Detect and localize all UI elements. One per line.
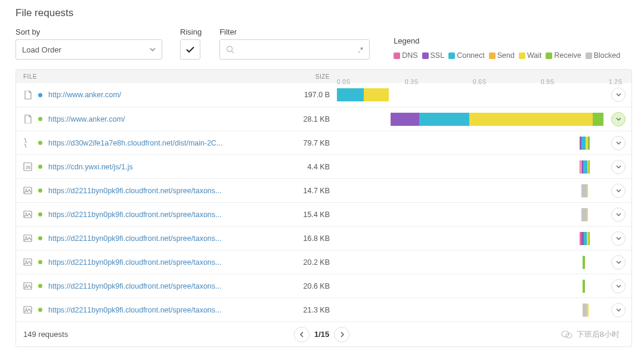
filter-label: Filter <box>219 27 370 36</box>
expand-row-button[interactable] <box>611 303 626 317</box>
file-url-link[interactable]: https://d2211byn0pk9fi.cloudfront.net/sp… <box>48 234 221 243</box>
legend-text: Blocked <box>594 51 620 60</box>
cell-size: 79.7 KB <box>259 139 337 147</box>
timing-bar <box>337 137 605 150</box>
status-dot <box>38 284 42 288</box>
timing-segment-receive <box>588 137 590 150</box>
expand-row-button[interactable] <box>611 136 626 150</box>
expand-row-button[interactable] <box>611 88 626 102</box>
legend-swatch <box>422 52 429 59</box>
rising-toggle[interactable] <box>180 39 200 60</box>
cell-file: https://d2211byn0pk9fi.cloudfront.net/sp… <box>16 210 259 219</box>
legend-list: DNSSSLConnectSendWaitReceiveBlocked <box>394 51 622 60</box>
expand-row-button[interactable] <box>611 184 626 198</box>
table-row: JS https://cdn.ywxi.net/js/1.js 4.4 KB <box>16 154 631 178</box>
next-page-button[interactable] <box>334 327 349 342</box>
table-row: http://www.anker.com/ 197.0 B <box>16 83 631 107</box>
legend-text: Receive <box>554 51 581 60</box>
sort-value: Load Order <box>22 45 61 54</box>
cell-timeline <box>337 250 631 274</box>
file-url-link[interactable]: https://d2211byn0pk9fi.cloudfront.net/sp… <box>48 282 221 290</box>
timing-segment-receive <box>593 113 603 126</box>
cell-size: 197.0 B <box>259 91 337 99</box>
file-url-link[interactable]: https://www.anker.com/ <box>48 115 125 123</box>
file-url-link[interactable]: https://d2211byn0pk9fi.cloudfront.net/sp… <box>48 211 221 219</box>
timing-segment-connect <box>581 137 586 150</box>
expand-row-button[interactable] <box>611 160 626 174</box>
cell-timeline <box>337 131 631 155</box>
file-type-icon <box>23 114 32 123</box>
expand-row-button[interactable] <box>611 208 626 222</box>
cell-file: { } https://d30w2ife1a7e8h.cloudfront.ne… <box>16 138 259 147</box>
legend-swatch <box>586 52 592 59</box>
expand-row-button[interactable] <box>611 112 626 126</box>
table-row: https://d2211byn0pk9fi.cloudfront.net/sp… <box>16 178 631 202</box>
status-dot <box>38 260 42 264</box>
sort-select[interactable]: Load Order <box>16 39 162 60</box>
col-size: SIZE <box>259 73 337 80</box>
page-title: File requests <box>16 7 632 19</box>
cell-file: https://d2211byn0pk9fi.cloudfront.net/sp… <box>16 281 259 290</box>
expand-row-button[interactable] <box>611 255 626 270</box>
timing-segment-wait <box>364 88 389 101</box>
cell-file: https://www.anker.com/ <box>16 114 259 123</box>
expand-row-button[interactable] <box>611 279 626 293</box>
svg-rect-14 <box>24 307 32 313</box>
timing-segment-receive <box>583 280 585 293</box>
cell-timeline <box>337 274 631 298</box>
requests-table: FILE SIZE 0.0s0.3s0.6s0.9s1.2s http://ww… <box>16 69 632 347</box>
timing-segment-wait <box>587 304 589 317</box>
status-dot <box>38 141 42 145</box>
file-url-link[interactable]: http://www.anker.com/ <box>48 91 121 99</box>
file-type-icon <box>23 210 32 219</box>
svg-text:JS: JS <box>26 165 31 169</box>
expand-row-button[interactable] <box>611 231 626 246</box>
cell-timeline <box>337 83 631 107</box>
cell-size: 28.1 KB <box>259 115 337 123</box>
file-url-link[interactable]: https://d2211byn0pk9fi.cloudfront.net/sp… <box>48 187 221 195</box>
legend-text: Connect <box>457 51 485 60</box>
svg-point-7 <box>26 213 27 214</box>
filter-input[interactable]: .* <box>219 39 370 60</box>
cell-timeline <box>337 298 631 322</box>
cell-file: JS https://cdn.ywxi.net/js/1.js <box>16 162 259 171</box>
controls-bar: Sort by Load Order Rising Filter <box>16 27 632 60</box>
timing-bar <box>337 160 605 174</box>
svg-point-0 <box>227 47 233 52</box>
file-url-link[interactable]: https://d2211byn0pk9fi.cloudfront.net/sp… <box>48 258 221 267</box>
cell-size: 20.2 KB <box>259 258 337 267</box>
cell-file: https://d2211byn0pk9fi.cloudfront.net/sp… <box>16 305 259 314</box>
file-type-icon: JS <box>23 162 32 171</box>
prev-page-button[interactable] <box>294 327 309 342</box>
table-header: FILE SIZE 0.0s0.3s0.6s0.9s1.2s <box>16 70 631 83</box>
timing-segment-wait <box>587 208 588 221</box>
timing-bar <box>337 88 605 101</box>
file-type-icon <box>23 305 32 314</box>
search-icon <box>226 45 234 54</box>
legend-text: DNS <box>402 51 417 60</box>
file-url-link[interactable]: https://d2211byn0pk9fi.cloudfront.net/sp… <box>48 306 221 314</box>
svg-rect-4 <box>24 187 32 194</box>
file-url-link[interactable]: https://cdn.ywxi.net/js/1.js <box>48 163 133 171</box>
legend-item: Send <box>489 51 515 60</box>
timing-bar <box>337 256 605 269</box>
timing-segment-receive <box>583 256 585 269</box>
cell-timeline <box>337 203 631 227</box>
legend-item: Blocked <box>586 51 620 60</box>
cell-file: https://d2211byn0pk9fi.cloudfront.net/sp… <box>16 186 259 195</box>
timing-segment-connect <box>583 160 587 174</box>
status-dot <box>38 308 42 312</box>
cell-file: http://www.anker.com/ <box>16 91 259 100</box>
cell-timeline <box>337 227 631 250</box>
cell-file: https://d2211byn0pk9fi.cloudfront.net/sp… <box>16 258 259 267</box>
timing-bar <box>337 113 605 126</box>
legend-swatch <box>448 52 455 59</box>
timing-segment-wait <box>469 113 593 126</box>
cell-size: 20.6 KB <box>259 282 337 290</box>
file-type-icon <box>23 258 32 267</box>
timing-segment-connect <box>337 88 364 101</box>
svg-rect-12 <box>24 283 32 289</box>
cell-timeline <box>337 179 631 203</box>
file-url-link[interactable]: https://d30w2ife1a7e8h.cloudfront.net/di… <box>48 139 223 147</box>
legend-swatch <box>489 52 496 59</box>
